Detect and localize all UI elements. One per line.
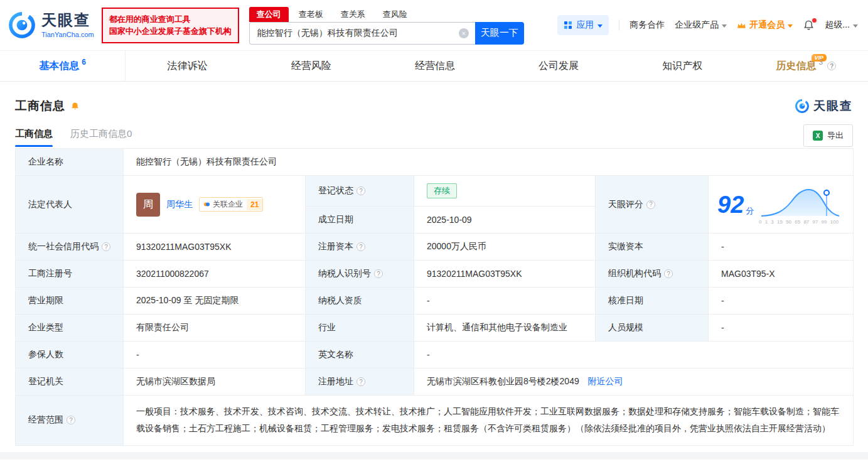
tab-label: 公司发展	[538, 60, 579, 73]
search-tabs: 查公司 查老板 查关系 查风险	[249, 6, 524, 22]
help-icon[interactable]: ?	[102, 242, 110, 251]
nav-open-vip[interactable]: 开通会员	[737, 19, 793, 31]
apps-menu-button[interactable]: 应用	[557, 15, 609, 35]
field-value-taxpayer-quality: -	[414, 288, 596, 315]
field-label-approval-date: 核准日期	[596, 288, 709, 315]
field-label-reg-address: 注册地址 ?	[306, 369, 414, 396]
nav-business-cooperation[interactable]: 商务合作	[630, 19, 665, 31]
search-tab-risk[interactable]: 查风险	[375, 7, 415, 22]
related-companies-icon	[203, 201, 210, 208]
help-icon[interactable]: ?	[664, 269, 673, 278]
field-value-approval-date: -	[709, 288, 854, 315]
tab-label: 基本信息	[39, 60, 79, 73]
business-info-table: 企业名称 能控智行（无锡）科技有限责任公司 法定代表人 周 周华生	[15, 148, 854, 446]
chevron-down-icon	[722, 24, 727, 28]
nav-super-vip[interactable]: 超级...	[825, 19, 858, 31]
top-header: 天眼查 TianYanCha.com 都在用的商业查询工具 国家中小企业发展子基…	[0, 0, 868, 50]
address-text: 无锡市滨湖区科教创业园8号楼2楼2049	[427, 376, 579, 386]
tab-operation-risk[interactable]: 经营风险	[249, 51, 373, 81]
field-label-company-name: 企业名称	[16, 149, 124, 176]
field-label-business-scope: 经营范围 ?	[16, 396, 124, 446]
field-label-staff-size: 人员规模	[596, 315, 709, 342]
export-button[interactable]: X 导出	[803, 124, 853, 147]
field-label-legal-rep: 法定代表人	[16, 176, 124, 234]
subtab-history-business-info[interactable]: 历史工商信息0	[70, 128, 132, 147]
tianyancha-logo-icon	[8, 11, 36, 40]
monitor-bell-icon[interactable]	[70, 102, 80, 111]
help-icon[interactable]: ?	[356, 377, 365, 386]
nav-enterprise-label: 企业级产品	[675, 19, 719, 31]
help-icon[interactable]: ?	[67, 416, 75, 424]
field-value-paid-capital: -	[709, 234, 854, 261]
page: 天眼查 TianYanCha.com 都在用的商业查询工具 国家中小企业发展子基…	[0, 0, 868, 469]
slogan-line1: 都在用的商业查询工具	[109, 13, 232, 26]
section-title: 工商信息	[15, 98, 65, 114]
notifications-button[interactable]	[803, 19, 815, 31]
search-button[interactable]: 天眼一下	[475, 22, 524, 45]
chevron-down-icon	[853, 24, 858, 28]
tab-legal-litigation[interactable]: 法律诉讼	[126, 51, 249, 81]
field-label-establish-date: 成立日期	[306, 207, 414, 234]
field-label-reg-capital: 注册资本 ?	[306, 234, 414, 261]
search-tab-company[interactable]: 查公司	[249, 7, 289, 22]
legal-rep-name-link[interactable]: 周华生	[166, 199, 193, 210]
field-label-english-name: 英文名称	[306, 342, 414, 369]
table-row: 企业类型 有限责任公司 行业 计算机、通信和其他电子设备制造业 人员规模 -	[16, 315, 854, 342]
tianyancha-watermark-icon	[795, 99, 810, 114]
related-companies-label: 关联企业	[213, 199, 243, 210]
field-label-reg-status: 登记状态 ?	[306, 176, 414, 207]
tab-label: 经营风险	[291, 60, 331, 73]
nearby-companies-link[interactable]: 附近公司	[588, 376, 623, 386]
field-value-insured-count: -	[124, 342, 306, 369]
help-icon[interactable]: ?	[356, 242, 365, 251]
help-icon[interactable]: ?	[827, 62, 836, 70]
field-value-taxpayer-id: 91320211MAG03T95XK	[414, 261, 596, 288]
score-unit: 分	[746, 205, 754, 217]
tab-operation-info[interactable]: 经营信息	[373, 51, 496, 81]
tab-intellectual-property[interactable]: 知识产权	[621, 51, 744, 81]
slogan-line2: 国家中小企业发展子基金旗下机构	[109, 25, 232, 38]
nav-enterprise-products[interactable]: 企业级产品	[675, 19, 727, 31]
subtab-business-info[interactable]: 工商信息	[15, 128, 53, 147]
watermark-brand-text: 天眼查	[813, 98, 853, 114]
tab-count: 6	[82, 58, 86, 67]
search-input[interactable]	[249, 22, 475, 45]
subtab-row: 工商信息 历史工商信息0 X 导出	[15, 124, 853, 147]
slogan-box: 都在用的商业查询工具 国家中小企业发展子基金旗下机构	[102, 8, 239, 43]
search-tab-relation[interactable]: 查关系	[333, 7, 373, 22]
field-value-reg-number: 320211000822067	[124, 261, 306, 288]
field-value-english-name: -	[414, 342, 854, 369]
tab-label: 法律诉讼	[168, 60, 208, 73]
field-label-insured-count: 参保人数	[16, 342, 124, 369]
field-value-score: 92 分	[709, 176, 854, 234]
field-label-credit-code: 统一社会信用代码 ?	[16, 234, 124, 261]
section-watermark-logo: 天眼查	[795, 98, 853, 114]
table-row: 登记机关 无锡市滨湖区数据局 注册地址 ? 无锡市滨湖区科教创业园8号楼2楼20…	[16, 369, 854, 396]
company-section-tabs: 基本信息 6 法律诉讼 经营风险 经营信息 公司发展 知识产权 VIP 历史信息…	[0, 50, 868, 82]
help-icon[interactable]: ?	[646, 200, 655, 209]
help-icon[interactable]: ?	[374, 269, 383, 278]
export-label: 导出	[827, 130, 844, 141]
field-label-industry: 行业	[306, 315, 414, 342]
search-tab-boss[interactable]: 查老板	[291, 7, 331, 22]
tab-history-info[interactable]: VIP 历史信息 3 ?	[744, 51, 868, 81]
table-row: 统一社会信用代码 ? 91320211MAG03T95XK 注册资本 ? 200…	[16, 234, 854, 261]
tianyancha-logo[interactable]: 天眼查 TianYanCha.com	[8, 11, 94, 40]
legal-rep-avatar[interactable]: 周	[136, 193, 160, 217]
notification-badge-dot	[812, 18, 817, 23]
score-distribution-chart: 0 1 3 15 50 65 87 97 99 100	[759, 185, 842, 225]
tab-company-development[interactable]: 公司发展	[497, 51, 621, 81]
field-value-org-code: MAG03T95-X	[709, 261, 854, 288]
chevron-down-icon	[788, 24, 793, 28]
field-label-business-term: 营业期限	[16, 288, 124, 315]
search-row: × 天眼一下	[249, 22, 524, 45]
tab-label: 历史信息	[776, 60, 817, 73]
field-label-taxpayer-id: 纳税人识别号 ?	[306, 261, 414, 288]
related-companies-badge[interactable]: 关联企业 21	[199, 197, 263, 212]
help-icon[interactable]: ?	[356, 186, 365, 195]
tab-basic-info[interactable]: 基本信息 6	[0, 51, 126, 81]
related-companies-count: 21	[247, 199, 262, 210]
table-row: 经营范围 ? 一般项目：技术服务、技术开发、技术咨询、技术交流、技术转让、技术推…	[16, 396, 854, 446]
clear-search-icon[interactable]: ×	[459, 28, 469, 38]
score-number: 92	[717, 193, 744, 217]
